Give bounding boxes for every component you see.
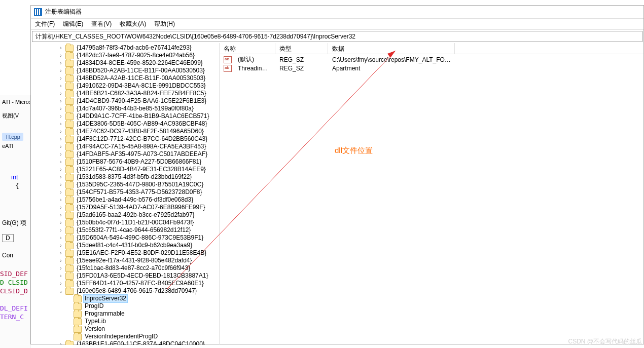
tree-item[interactable]: ›{14834D34-8CEE-459e-8520-2264EC46E099} bbox=[31, 59, 219, 67]
tree-item[interactable]: ⌄{160e05e8-6489-4706-9615-7d238dd70947} bbox=[31, 287, 219, 295]
chevron-down-icon[interactable]: ⌄ bbox=[57, 288, 64, 295]
tree-item[interactable]: Version bbox=[31, 325, 219, 333]
chevron-right-icon[interactable]: › bbox=[57, 143, 64, 150]
folder-icon bbox=[65, 83, 74, 90]
tree-item[interactable]: ›{1535D95C-2365-447D-9800-B75501A19C0C} bbox=[31, 181, 219, 188]
value-row[interactable]: ThreadingModelREG_SZApartment bbox=[220, 64, 643, 72]
menu-help[interactable]: 帮助(H) bbox=[152, 19, 177, 29]
chevron-right-icon[interactable]: › bbox=[57, 197, 64, 204]
chevron-right-icon[interactable]: › bbox=[57, 128, 64, 135]
chevron-right-icon[interactable]: › bbox=[57, 204, 64, 211]
expander-empty bbox=[65, 311, 73, 318]
chevron-right-icon[interactable]: › bbox=[57, 67, 64, 74]
titlebar[interactable]: 注册表编辑器 bbox=[31, 6, 643, 19]
tree-item[interactable]: ›{15c653f2-77f1-4cac-9644-656982d12f12} bbox=[31, 226, 219, 234]
col-name[interactable]: 名称 bbox=[220, 43, 275, 54]
chevron-right-icon[interactable]: › bbox=[57, 250, 64, 257]
chevron-right-icon[interactable]: › bbox=[57, 181, 64, 188]
tree-item[interactable]: ›{15fc1bac-8d83-4e87-8cc2-a70c9f66f943} bbox=[31, 264, 219, 272]
chevron-right-icon[interactable]: › bbox=[57, 166, 64, 173]
tree-item[interactable]: Programmable bbox=[31, 310, 219, 318]
tree-item[interactable]: ›{14DD9A1C-7CFF-41be-B1B9-BA1AC6ECB571} bbox=[31, 112, 219, 120]
tree-item[interactable]: ›{14E74C62-DC97-43B0-8F2F-581496A65D60} bbox=[31, 128, 219, 135]
value-row[interactable]: (默认)REG_SZC:\Users\fmy\source\repos\FMY_… bbox=[220, 55, 643, 64]
chevron-right-icon[interactable]: › bbox=[57, 273, 64, 280]
folder-icon bbox=[74, 318, 82, 325]
tree-label: {15FD01A3-6E5D-4ECD-9EBD-1813CB3887A1} bbox=[76, 272, 209, 280]
tree-item[interactable]: ›{1482dc37-fae9-4787-9025-8ce4e024ab56} bbox=[31, 52, 219, 59]
chevron-right-icon[interactable]: › bbox=[57, 265, 64, 272]
tree-item[interactable]: ›{14F94ACC-7A15-45A8-898A-CFA5EA3BF453} bbox=[31, 143, 219, 150]
chevron-right-icon[interactable]: › bbox=[57, 219, 64, 226]
tree-item[interactable]: InprocServer32 bbox=[31, 295, 219, 302]
chevron-right-icon[interactable]: › bbox=[57, 212, 64, 219]
chevron-right-icon[interactable]: › bbox=[57, 174, 64, 181]
tree-item[interactable]: TypeLib bbox=[31, 318, 219, 325]
tree-item[interactable]: ›{148BD520-A2AB-11CE-B11F-00AA00530503} bbox=[31, 67, 219, 74]
tree-item[interactable]: ›{1510FB87-5676-40B9-A227-5D0B66866F81} bbox=[31, 158, 219, 166]
tree-item[interactable]: ›{15deef81-c4c4-431f-b0c9-b62cb9ea3aa9} bbox=[31, 242, 219, 249]
col-type[interactable]: 类型 bbox=[275, 43, 328, 54]
registry-tree[interactable]: ›{14795a8f-78f3-47bd-acb6-e767414fe293}›… bbox=[31, 43, 220, 345]
value-name: (默认) bbox=[234, 55, 275, 64]
folder-icon bbox=[65, 219, 74, 226]
code-brace: { bbox=[0, 182, 30, 189]
menu-edit[interactable]: 编辑(E) bbox=[61, 19, 85, 29]
chevron-right-icon[interactable]: › bbox=[57, 52, 64, 59]
tree-item[interactable]: ›{14910622-09D4-3B4A-8C1E-9991DBDCC553} bbox=[31, 82, 219, 90]
chevron-right-icon[interactable]: › bbox=[57, 189, 64, 196]
tree-item[interactable]: ProgID bbox=[31, 302, 219, 310]
chevron-right-icon[interactable]: › bbox=[57, 113, 64, 120]
tree-item[interactable]: ›{15eae92e-f17a-4431-9f28-805e482dafd4} bbox=[31, 257, 219, 264]
tree-item[interactable]: ›{15756be1-a4ad-449c-b576-df3df0e068d3} bbox=[31, 196, 219, 204]
chevron-right-icon[interactable]: › bbox=[57, 257, 64, 264]
tree-item[interactable]: ›{163BB1E1-6E00-11CF-837A-48DC04C10000} bbox=[31, 340, 219, 345]
tree-label: {160e05e8-6489-4706-9615-7d238dd70947} bbox=[76, 287, 198, 295]
values-list[interactable]: 名称 类型 数据 (默认)REG_SZC:\Users\fmy\source\r… bbox=[220, 43, 643, 345]
bg-menu-view: 视图(V bbox=[0, 111, 30, 121]
tree-item[interactable]: ›{15E16AEC-F2F0-4E52-B0DF-029D11E58E4B} bbox=[31, 249, 219, 257]
folder-icon bbox=[65, 235, 74, 242]
chevron-right-icon[interactable]: › bbox=[57, 45, 64, 52]
tree-item[interactable]: ›{14d7a407-396b-44b3-be85-5199a0f0f80a} bbox=[31, 105, 219, 112]
tree-item[interactable]: ›{154CF571-B575-4353-A775-D5623728D0F8} bbox=[31, 188, 219, 196]
tree-item[interactable]: ›{15FD01A3-6E5D-4ECD-9EBD-1813CB3887A1} bbox=[31, 272, 219, 280]
tree-item[interactable]: ›{14795a8f-78f3-47bd-acb6-e767414fe293} bbox=[31, 44, 219, 52]
chevron-right-icon[interactable]: › bbox=[57, 83, 64, 90]
tree-item[interactable]: ›{14FDABF5-AF35-4975-A073-C5017ABDEEAF} bbox=[31, 150, 219, 158]
addressbar[interactable]: 计算机\HKEY_CLASSES_ROOT\WOW6432Node\CLSID\… bbox=[32, 31, 642, 42]
chevron-right-icon[interactable]: › bbox=[57, 341, 64, 345]
tree-item[interactable]: ›{14DE3806-5D5B-405C-AB89-4AC936BCBF48} bbox=[31, 120, 219, 128]
chevron-right-icon[interactable]: › bbox=[57, 90, 64, 97]
chevron-right-icon[interactable]: › bbox=[57, 242, 64, 249]
tree-item[interactable]: ›{15ad6165-baa2-492b-b3cc-e7925d2fab97} bbox=[31, 211, 219, 219]
menu-file[interactable]: 文件(F) bbox=[33, 19, 57, 29]
chevron-right-icon[interactable]: › bbox=[57, 105, 64, 112]
menu-favorites[interactable]: 收藏夹(A) bbox=[118, 19, 148, 29]
tree-item[interactable]: ›{15221F65-AC8D-4B47-9E31-EC328B14AEE9} bbox=[31, 166, 219, 173]
chevron-right-icon[interactable]: › bbox=[57, 98, 64, 105]
chevron-right-icon[interactable]: › bbox=[57, 121, 64, 128]
tree-item[interactable]: ›{1531d583-8375-4d3f-b5fb-d23bbd169f22} bbox=[31, 173, 219, 181]
chevron-right-icon[interactable]: › bbox=[57, 136, 64, 143]
tree-item[interactable]: ›{14D4CBD9-7490-4F25-BAA6-1C5E22F6B1E3} bbox=[31, 97, 219, 105]
chevron-right-icon[interactable]: › bbox=[57, 75, 64, 82]
tree-item[interactable]: VersionIndependentProgID bbox=[31, 333, 219, 340]
chevron-right-icon[interactable]: › bbox=[57, 280, 64, 287]
chevron-right-icon[interactable]: › bbox=[57, 60, 64, 67]
chevron-right-icon[interactable]: › bbox=[57, 159, 64, 166]
menu-view[interactable]: 查看(V) bbox=[89, 19, 114, 29]
tree-item[interactable]: ›{15FF64D1-4170-4257-87FC-B405EC9A60E1} bbox=[31, 280, 219, 287]
folder-icon bbox=[65, 174, 74, 181]
tree-item[interactable]: ›{14BE6B21-C682-3A3A-8B24-FEE75B4FF8C5} bbox=[31, 90, 219, 97]
chevron-right-icon[interactable]: › bbox=[57, 151, 64, 158]
chevron-right-icon[interactable]: › bbox=[57, 235, 64, 242]
tree-item[interactable]: ›{15D6504A-5494-499C-886C-973C9E53B9F1} bbox=[31, 234, 219, 242]
col-data[interactable]: 数据 bbox=[328, 43, 455, 54]
tree-item[interactable]: ›{14F3C12D-7712-42CC-B7CC-64D2BB560C43} bbox=[31, 135, 219, 143]
tree-item[interactable]: ›{157D9A5F-5139-4AD7-AC07-6E8B996FE99F} bbox=[31, 204, 219, 211]
chevron-right-icon[interactable]: › bbox=[57, 227, 64, 234]
tree-item[interactable]: ›{148BD52A-A2AB-11CE-B11F-00AA00530503} bbox=[31, 74, 219, 82]
tree-item[interactable]: ›{15b0bb4c-0f7d-11D1-b21f-00C04Fb9473f} bbox=[31, 219, 219, 226]
tree-label: InprocServer32 bbox=[84, 295, 127, 302]
